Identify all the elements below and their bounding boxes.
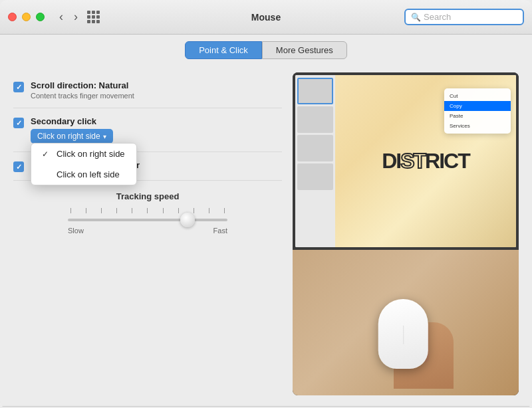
sidebar-thumb-4 [297,163,333,190]
minimize-button[interactable] [22,13,31,21]
ctx-item-4: Services [444,121,511,131]
window-title: Mouse [251,12,281,23]
mouse-line [403,326,404,344]
close-button[interactable] [8,13,17,21]
secondary-click-text: Secondary click Click on right side ▾ [31,116,282,144]
scroll-direction-item: ✓ Scroll direction: Natural Content trac… [13,72,282,108]
preview-hand-area [293,250,519,395]
preview-sidebar [295,75,335,247]
tracking-label: Tracking speed [13,191,282,201]
preview-screen-inner: DI ST RICT Cut Copy Paste Services [295,75,516,247]
scroll-direction-text: Scroll direction: Natural Content tracks… [31,80,282,100]
scroll-direction-desc: Content tracks finger movement [31,92,282,100]
titlebar: ‹ › Mouse 🔍 [0,0,532,35]
check-icon: ✓ [42,150,51,159]
traffic-lights [8,13,45,21]
preview-district-text: DI [382,149,400,173]
dropdown-label: Click on right side [37,132,100,141]
tracking-section: Tracking speed Slow Fast [13,181,282,240]
secondary-click-dropdown[interactable]: Click on right side ▾ [31,129,113,144]
preview-district-outline: ST [400,149,425,173]
secondary-click-item: ✓ Secondary click Click on right side ▾ … [13,108,282,152]
main-content: ✓ Scroll direction: Natural Content trac… [0,62,532,406]
dropdown-item-left-label: Click on left side [57,169,120,179]
dropdown-item-right-label: Click on right side [57,149,125,159]
ctx-item-1: Cut [444,91,511,101]
tab-more-gestures[interactable]: More Gestures [262,41,347,59]
checkbox-mark-3: ✓ [16,163,22,171]
maximize-button[interactable] [36,13,45,21]
tabs-row: Point & Click More Gestures [0,35,532,62]
mouse-shape [378,299,428,369]
checkbox-mark-2: ✓ [16,120,22,127]
sidebar-thumb-1 [297,78,333,104]
preview-screen: DI ST RICT Cut Copy Paste Services [293,72,519,250]
back-button[interactable]: ‹ [55,9,67,25]
preview-context-menu: Cut Copy Paste Services [444,88,511,134]
double-tap-checkbox[interactable]: ✓ [13,161,24,172]
dropdown-menu: ✓ Click on right side Click on left side [31,143,137,185]
tab-point-click[interactable]: Point & Click [185,41,262,59]
sidebar-thumb-3 [297,135,333,161]
slider-fast-label: Fast [213,227,227,235]
search-bar[interactable]: 🔍 [404,9,524,25]
search-icon: 🔍 [411,13,421,22]
sidebar-thumb-2 [297,106,333,133]
preview-panel: DI ST RICT Cut Copy Paste Services [293,72,519,395]
preview-main: DI ST RICT Cut Copy Paste Services [335,75,516,247]
secondary-click-title: Secondary click [31,116,282,126]
ctx-item-2: Copy [444,101,511,111]
search-input[interactable] [424,12,517,22]
scroll-direction-checkbox[interactable]: ✓ [13,82,24,92]
chevron-down-icon: ▾ [103,133,106,140]
secondary-click-checkbox[interactable]: ✓ [13,118,24,128]
slider-ticks [68,208,227,213]
preview-district-text2: RICT [425,149,469,173]
ctx-item-3: Paste [444,111,511,121]
slider-container: Slow Fast [68,208,227,235]
checkbox-mark: ✓ [16,84,22,91]
dropdown-item-left[interactable]: Click on left side [31,164,136,185]
grid-icon [87,11,100,23]
dropdown-item-right[interactable]: ✓ Click on right side [31,144,136,164]
slider-thumb[interactable] [180,213,195,227]
slider-track[interactable] [68,219,227,221]
grid-button[interactable] [87,11,100,23]
preview-image: DI ST RICT Cut Copy Paste Services [293,72,519,395]
slider-labels: Slow Fast [68,227,227,235]
scroll-direction-title: Scroll direction: Natural [31,80,282,90]
settings-panel: ✓ Scroll direction: Natural Content trac… [13,72,293,395]
slider-slow-label: Slow [68,227,84,235]
forward-button[interactable]: › [70,9,82,25]
nav-buttons: ‹ › [55,9,82,25]
